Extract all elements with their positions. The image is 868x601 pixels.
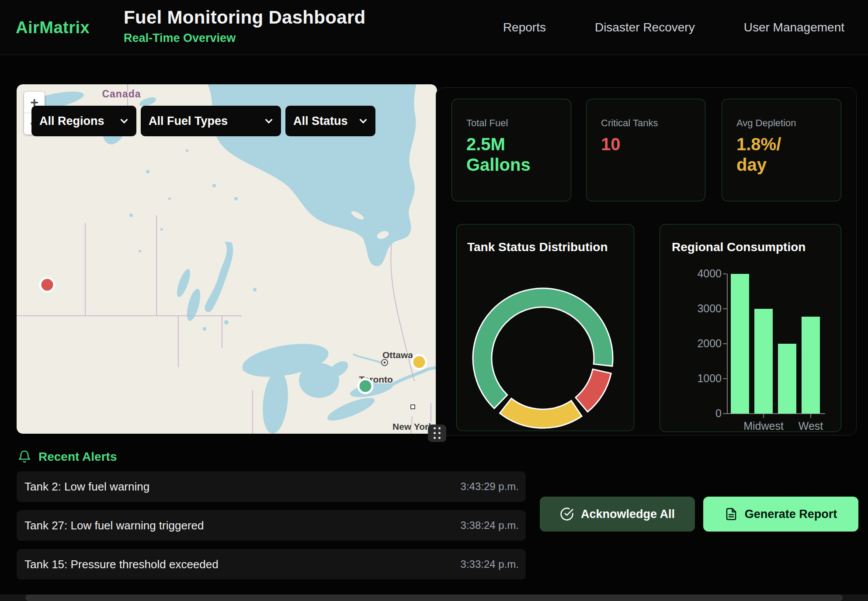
horizontal-scrollbar[interactable]	[0, 594, 868, 601]
fuel-type-filter-value: All Fuel Types	[149, 114, 228, 128]
chevron-down-icon	[360, 116, 367, 124]
y-tick-label: 2000	[669, 337, 722, 350]
main-nav: Reports Disaster Recovery User Managemen…	[503, 0, 844, 55]
generate-report-button[interactable]: Generate Report	[703, 497, 858, 532]
status-filter-value: All Status	[293, 114, 348, 128]
metrics-panel: Total Fuel 2.5MGallons Critical Tanks 10…	[436, 87, 857, 435]
recent-alerts-header: Recent Alerts	[17, 450, 117, 464]
y-tick-label: 4000	[669, 267, 722, 280]
donut-chart-title: Tank Status Distribution	[467, 240, 608, 254]
title-block: Fuel Monitoring Dashboard Real-Time Over…	[124, 7, 365, 45]
tank-status-donut-chart	[469, 285, 616, 432]
stat-value: 2.5MGallons	[466, 134, 571, 175]
region-filter-value: All Regions	[39, 114, 104, 128]
alert-row[interactable]: Tank 27: Low fuel warning triggered 3:38…	[17, 510, 526, 541]
status-filter-dropdown[interactable]: All Status	[285, 106, 375, 136]
region-filter-dropdown[interactable]: All Regions	[31, 106, 136, 136]
drag-handle-icon[interactable]	[428, 425, 446, 442]
map-marker-normal[interactable]	[358, 379, 372, 393]
page-title: Fuel Monitoring Dashboard	[124, 7, 365, 28]
x-tick-mark	[810, 414, 811, 418]
bell-icon	[17, 450, 31, 464]
tank-map[interactable]: Canada Ottawa Toronto New York + − All R…	[17, 84, 437, 434]
map-filters: All Regions All Fuel Types All Status	[31, 106, 375, 136]
top-bar: AirMatrix Fuel Monitoring Dashboard Real…	[0, 0, 868, 55]
stat-card-avg-depletion: Avg Depletion 1.8%/day	[722, 99, 841, 201]
page-subtitle: Real-Time Overview	[124, 31, 365, 45]
stat-card-critical-tanks: Critical Tanks 10	[586, 99, 705, 201]
alert-message: Tank 15: Pressure threshold exceeded	[24, 558, 219, 571]
generate-report-label: Generate Report	[745, 508, 837, 521]
stat-label: Total Fuel	[466, 117, 571, 129]
acknowledge-all-label: Acknowledge All	[581, 508, 675, 521]
chevron-down-icon	[265, 116, 273, 124]
tank-status-distribution-card: Tank Status Distribution	[456, 224, 634, 431]
stat-label: Critical Tanks	[601, 117, 705, 129]
y-tick-mark	[723, 308, 727, 309]
alert-row[interactable]: Tank 2: Low fuel warning 3:43:29 p.m.	[17, 471, 526, 502]
x-tick-label: West	[780, 420, 841, 432]
donut-segment-warning	[500, 398, 582, 428]
x-tick-mark	[763, 414, 764, 418]
fuel-type-filter-dropdown[interactable]: All Fuel Types	[141, 106, 281, 136]
basemap-canvas[interactable]: Canada Ottawa Toronto New York	[17, 84, 437, 434]
y-tick-label: 1000	[669, 372, 722, 385]
chevron-down-icon	[121, 116, 128, 124]
acknowledge-all-button[interactable]: Acknowledge All	[540, 497, 695, 532]
y-axis-line	[727, 274, 728, 414]
brand-logo: AirMatrix	[16, 18, 90, 37]
y-tick-mark	[723, 413, 727, 414]
alert-message: Tank 27: Low fuel warning triggered	[24, 519, 204, 532]
y-tick-label: 3000	[669, 302, 722, 315]
stat-value: 1.8%/day	[736, 134, 841, 175]
y-tick-mark	[723, 343, 727, 344]
alerts-section-title: Recent Alerts	[38, 450, 117, 464]
nav-user-management[interactable]: User Management	[744, 21, 844, 35]
alert-message: Tank 2: Low fuel warning	[24, 480, 149, 494]
bar-region-1	[731, 274, 749, 414]
nav-disaster-recovery[interactable]: Disaster Recovery	[595, 21, 695, 35]
regional-consumption-card: Regional Consumption 01000200030004000Mi…	[660, 224, 841, 432]
nav-reports[interactable]: Reports	[503, 21, 546, 35]
y-tick-mark	[723, 378, 727, 379]
y-tick-label: 0	[669, 407, 722, 420]
map-marker-warning[interactable]	[412, 355, 426, 369]
country-label-canada: Canada	[102, 88, 141, 100]
fuel-monitoring-dashboard: AirMatrix Fuel Monitoring Dashboard Real…	[0, 0, 868, 601]
alert-row[interactable]: Tank 15: Pressure threshold exceeded 3:3…	[17, 549, 526, 580]
report-document-icon	[725, 508, 738, 521]
alert-timestamp: 3:43:29 p.m.	[461, 480, 519, 493]
city-label-ottawa: Ottawa	[382, 350, 413, 360]
stat-label: Avg Depletion	[736, 117, 841, 129]
bar-region-3	[778, 344, 796, 414]
map-marker-critical[interactable]	[40, 278, 54, 292]
y-tick-mark	[723, 273, 727, 274]
bar-West	[802, 317, 820, 414]
regional-consumption-bar-chart: 01000200030004000MidwestWest	[660, 225, 841, 432]
alert-timestamp: 3:38:24 p.m.	[461, 519, 519, 532]
stat-value: 10	[601, 134, 705, 155]
alert-timestamp: 3:33:24 p.m.	[461, 558, 519, 570]
stat-card-total-fuel: Total Fuel 2.5MGallons	[451, 99, 571, 201]
bar-Midwest	[754, 309, 773, 414]
scrollbar-thumb[interactable]	[25, 594, 843, 601]
donut-segment-critical	[576, 369, 611, 412]
check-circle-icon	[560, 507, 574, 521]
